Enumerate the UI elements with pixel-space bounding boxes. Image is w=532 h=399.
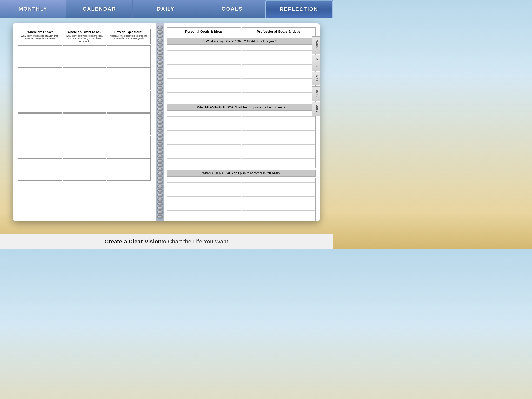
spiral-ring (157, 159, 163, 163)
spiral-ring (157, 202, 163, 205)
personal-goals-header: Personal Goals & Ideas (167, 27, 241, 36)
personal-goals-col[interactable] (167, 46, 241, 102)
col-sub-1: What is my current life situation that I… (21, 35, 60, 40)
goals-line (242, 149, 316, 154)
navigation-bar: MONTHLY CALENDAR DAILY GOALS REFLECTION (0, 0, 332, 18)
column-headers: Where am I now? What is my current life … (18, 29, 151, 44)
month-tab-march[interactable]: MARCH (312, 36, 320, 54)
goals-line (167, 135, 241, 140)
spiral-ring (157, 137, 163, 141)
goals-line (242, 69, 316, 74)
spiral-ring (157, 172, 163, 175)
goals-line (242, 65, 316, 69)
goals-section: What OTHER GOALS do I plan to accomplish… (167, 169, 316, 221)
goals-line (242, 154, 316, 159)
spiral-ring (157, 168, 163, 171)
grid-cell[interactable] (18, 45, 62, 68)
spiral-ring (157, 180, 163, 184)
goals-line (167, 145, 241, 149)
grid-cell[interactable] (107, 45, 151, 68)
grid-cell[interactable] (18, 158, 62, 181)
grid-cell[interactable] (107, 158, 151, 181)
spiral-ring (157, 198, 163, 201)
goals-line (242, 126, 316, 131)
grid-row (18, 68, 151, 90)
spiral-ring (157, 189, 163, 192)
spiral-ring (157, 185, 163, 188)
nav-goals[interactable]: GOALS (199, 0, 265, 18)
goals-line (242, 121, 316, 126)
goals-line (167, 215, 241, 220)
month-tab-april[interactable]: APRIL (312, 55, 320, 71)
grid-cell[interactable] (63, 68, 107, 90)
grid-row (18, 45, 151, 68)
personal-goals-col[interactable] (167, 112, 241, 168)
goals-line (242, 97, 316, 102)
spiral-ring (157, 43, 163, 46)
grid-cell[interactable] (63, 136, 107, 158)
goals-line (167, 74, 241, 79)
goals-line (167, 206, 241, 211)
goals-line (167, 69, 241, 74)
grid-area (18, 45, 151, 181)
spiral-ring (157, 150, 163, 154)
professional-goals-col[interactable] (242, 46, 316, 102)
professional-goals-col[interactable] (242, 178, 316, 221)
col-header-3: How do I get there? What are the essenti… (107, 29, 151, 44)
goals-line (242, 117, 316, 121)
nav-reflection[interactable]: REFLECTION (265, 0, 332, 18)
grid-cell[interactable] (63, 113, 107, 135)
grid-cell[interactable] (63, 91, 107, 113)
goals-section-content (167, 112, 316, 168)
grid-row (18, 158, 151, 181)
month-tab-july[interactable]: JULY (312, 102, 320, 116)
grid-cell[interactable] (63, 45, 107, 68)
spiral-ring (157, 86, 163, 90)
grid-cell[interactable] (18, 136, 62, 158)
grid-cell[interactable] (63, 158, 107, 181)
goals-line (242, 220, 316, 221)
spiral-ring (157, 90, 163, 94)
grid-cell[interactable] (107, 91, 151, 113)
grid-cell[interactable] (18, 68, 62, 90)
spiral-ring (157, 210, 163, 214)
goals-line (167, 88, 241, 93)
nav-calendar[interactable]: CALENDAR (66, 0, 132, 18)
spiral-ring (157, 112, 163, 115)
goals-section: What are my TOP PRIORITY GOALS for this … (167, 37, 316, 102)
spiral-ring (157, 95, 163, 98)
goals-line (242, 201, 316, 206)
goals-line (167, 46, 241, 51)
goals-line (242, 88, 316, 93)
personal-goals-col[interactable] (167, 178, 241, 221)
goals-line (167, 65, 241, 69)
goals-line (167, 112, 241, 117)
grid-cell[interactable] (18, 91, 62, 113)
spiral-ring (157, 176, 163, 180)
right-page: Personal Goals & Ideas Professional Goal… (164, 23, 320, 221)
goals-line (242, 60, 316, 65)
month-tab-june[interactable]: JUNE (312, 86, 320, 101)
goals-line (242, 74, 316, 79)
goals-line (167, 163, 241, 168)
goals-line (167, 83, 241, 88)
goals-line (167, 131, 241, 135)
professional-goals-col[interactable] (242, 112, 316, 168)
grid-cell[interactable] (18, 113, 62, 135)
goals-line (242, 197, 316, 201)
goals-section-content (167, 178, 316, 221)
month-tab-may[interactable]: MAY (312, 72, 320, 85)
grid-cell[interactable] (107, 68, 151, 90)
nav-monthly[interactable]: MONTHLY (0, 0, 66, 18)
nav-daily[interactable]: DAILY (133, 0, 199, 18)
goals-line (242, 215, 316, 220)
goals-line (242, 159, 316, 163)
goals-line (167, 197, 241, 201)
spiral-ring (157, 124, 163, 128)
grid-cell[interactable] (107, 113, 151, 135)
goals-line (242, 93, 316, 97)
right-sections: What are my TOP PRIORITY GOALS for this … (167, 37, 316, 221)
grid-cell[interactable] (107, 136, 151, 158)
spiral-ring (157, 193, 163, 197)
goals-line (242, 51, 316, 55)
